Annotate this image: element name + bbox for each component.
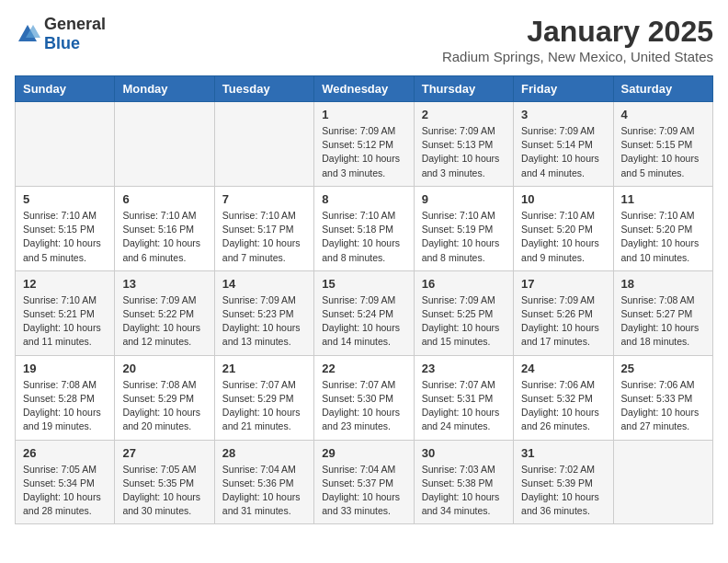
day-number: 20 xyxy=(122,362,206,375)
day-number: 13 xyxy=(122,277,206,291)
header-row: SundayMondayTuesdayWednesdayThursdayFrid… xyxy=(16,76,713,102)
day-info: Sunrise: 7:10 AMSunset: 5:15 PMDaylight:… xyxy=(23,209,107,265)
logo: General Blue xyxy=(15,15,106,53)
calendar-cell: 24Sunrise: 7:06 AMSunset: 5:32 PMDayligh… xyxy=(514,355,613,440)
calendar-cell: 2Sunrise: 7:09 AMSunset: 5:13 PMDaylight… xyxy=(414,102,513,187)
day-number: 16 xyxy=(422,277,506,291)
day-number: 24 xyxy=(521,362,605,375)
calendar-cell: 10Sunrise: 7:10 AMSunset: 5:20 PMDayligh… xyxy=(514,186,613,270)
day-info: Sunrise: 7:09 AMSunset: 5:23 PMDaylight:… xyxy=(222,293,306,350)
calendar-cell: 13Sunrise: 7:09 AMSunset: 5:22 PMDayligh… xyxy=(115,270,214,355)
calendar-cell: 17Sunrise: 7:09 AMSunset: 5:26 PMDayligh… xyxy=(514,270,613,355)
week-row-3: 12Sunrise: 7:10 AMSunset: 5:21 PMDayligh… xyxy=(16,270,713,355)
calendar-cell: 14Sunrise: 7:09 AMSunset: 5:23 PMDayligh… xyxy=(214,270,313,355)
calendar-cell: 22Sunrise: 7:07 AMSunset: 5:30 PMDayligh… xyxy=(314,355,414,440)
calendar-cell xyxy=(16,102,115,187)
day-info: Sunrise: 7:07 AMSunset: 5:29 PMDaylight:… xyxy=(222,378,306,434)
day-number: 4 xyxy=(621,108,705,121)
calendar-cell: 29Sunrise: 7:04 AMSunset: 5:37 PMDayligh… xyxy=(314,440,414,524)
day-info: Sunrise: 7:10 AMSunset: 5:20 PMDaylight:… xyxy=(521,209,605,265)
day-info: Sunrise: 7:09 AMSunset: 5:26 PMDaylight:… xyxy=(521,293,605,350)
day-number: 25 xyxy=(621,362,705,375)
day-number: 7 xyxy=(222,192,306,206)
calendar-table: SundayMondayTuesdayWednesdayThursdayFrid… xyxy=(15,75,713,524)
day-info: Sunrise: 7:10 AMSunset: 5:20 PMDaylight:… xyxy=(621,209,705,265)
day-info: Sunrise: 7:03 AMSunset: 5:38 PMDaylight:… xyxy=(422,463,506,519)
header-day-wednesday: Wednesday xyxy=(314,76,414,102)
day-info: Sunrise: 7:07 AMSunset: 5:31 PMDaylight:… xyxy=(422,378,506,434)
day-number: 2 xyxy=(422,108,506,121)
day-number: 30 xyxy=(422,446,506,460)
day-number: 27 xyxy=(122,446,206,460)
header-day-tuesday: Tuesday xyxy=(214,76,313,102)
day-info: Sunrise: 7:06 AMSunset: 5:33 PMDaylight:… xyxy=(621,378,705,434)
week-row-5: 26Sunrise: 7:05 AMSunset: 5:34 PMDayligh… xyxy=(16,440,713,524)
calendar-cell: 27Sunrise: 7:05 AMSunset: 5:35 PMDayligh… xyxy=(115,440,214,524)
day-number: 15 xyxy=(322,277,405,291)
day-number: 5 xyxy=(23,192,107,206)
day-number: 23 xyxy=(422,362,506,375)
header-day-saturday: Saturday xyxy=(613,76,712,102)
calendar-cell: 26Sunrise: 7:05 AMSunset: 5:34 PMDayligh… xyxy=(16,440,115,524)
day-number: 19 xyxy=(23,362,107,375)
day-number: 31 xyxy=(521,446,605,460)
calendar-cell: 8Sunrise: 7:10 AMSunset: 5:18 PMDaylight… xyxy=(314,186,414,270)
week-row-2: 5Sunrise: 7:10 AMSunset: 5:15 PMDaylight… xyxy=(16,186,713,270)
logo-blue: Blue xyxy=(44,34,80,52)
day-number: 14 xyxy=(222,277,306,291)
calendar-cell: 9Sunrise: 7:10 AMSunset: 5:19 PMDaylight… xyxy=(414,186,513,270)
day-info: Sunrise: 7:09 AMSunset: 5:13 PMDaylight:… xyxy=(422,124,506,180)
calendar-cell: 25Sunrise: 7:06 AMSunset: 5:33 PMDayligh… xyxy=(613,355,712,440)
calendar-subtitle: Radium Springs, New Mexico, United State… xyxy=(442,49,713,64)
calendar-cell: 15Sunrise: 7:09 AMSunset: 5:24 PMDayligh… xyxy=(314,270,414,355)
day-info: Sunrise: 7:09 AMSunset: 5:12 PMDaylight:… xyxy=(322,124,405,180)
header-day-monday: Monday xyxy=(115,76,214,102)
calendar-cell: 20Sunrise: 7:08 AMSunset: 5:29 PMDayligh… xyxy=(115,355,214,440)
week-row-1: 1Sunrise: 7:09 AMSunset: 5:12 PMDaylight… xyxy=(16,102,713,187)
day-number: 12 xyxy=(23,277,107,291)
day-number: 8 xyxy=(322,192,405,206)
day-info: Sunrise: 7:10 AMSunset: 5:18 PMDaylight:… xyxy=(322,209,405,265)
calendar-cell: 5Sunrise: 7:10 AMSunset: 5:15 PMDaylight… xyxy=(16,186,115,270)
day-number: 26 xyxy=(23,446,107,460)
calendar-cell: 23Sunrise: 7:07 AMSunset: 5:31 PMDayligh… xyxy=(414,355,513,440)
day-info: Sunrise: 7:05 AMSunset: 5:35 PMDaylight:… xyxy=(122,463,206,519)
calendar-cell: 3Sunrise: 7:09 AMSunset: 5:14 PMDaylight… xyxy=(514,102,613,187)
calendar-title: January 2025 xyxy=(442,15,713,49)
calendar-cell xyxy=(613,440,712,524)
day-number: 9 xyxy=(422,192,506,206)
day-number: 10 xyxy=(521,192,605,206)
calendar-cell: 31Sunrise: 7:02 AMSunset: 5:39 PMDayligh… xyxy=(514,440,613,524)
day-number: 1 xyxy=(322,108,405,121)
day-info: Sunrise: 7:10 AMSunset: 5:17 PMDaylight:… xyxy=(222,209,306,265)
calendar-cell: 18Sunrise: 7:08 AMSunset: 5:27 PMDayligh… xyxy=(613,270,712,355)
calendar-cell: 16Sunrise: 7:09 AMSunset: 5:25 PMDayligh… xyxy=(414,270,513,355)
logo-general: General xyxy=(44,15,106,33)
day-number: 22 xyxy=(322,362,405,375)
day-info: Sunrise: 7:09 AMSunset: 5:25 PMDaylight:… xyxy=(422,293,506,350)
calendar-cell: 1Sunrise: 7:09 AMSunset: 5:12 PMDaylight… xyxy=(314,102,414,187)
week-row-4: 19Sunrise: 7:08 AMSunset: 5:28 PMDayligh… xyxy=(16,355,713,440)
calendar-cell: 21Sunrise: 7:07 AMSunset: 5:29 PMDayligh… xyxy=(214,355,313,440)
calendar-cell: 11Sunrise: 7:10 AMSunset: 5:20 PMDayligh… xyxy=(613,186,712,270)
page-header: General Blue January 2025 Radium Springs… xyxy=(15,15,713,64)
day-info: Sunrise: 7:04 AMSunset: 5:36 PMDaylight:… xyxy=(222,463,306,519)
day-number: 28 xyxy=(222,446,306,460)
day-info: Sunrise: 7:02 AMSunset: 5:39 PMDaylight:… xyxy=(521,463,605,519)
day-info: Sunrise: 7:09 AMSunset: 5:15 PMDaylight:… xyxy=(621,124,705,180)
day-info: Sunrise: 7:05 AMSunset: 5:34 PMDaylight:… xyxy=(23,463,107,519)
day-info: Sunrise: 7:09 AMSunset: 5:22 PMDaylight:… xyxy=(122,293,206,350)
day-info: Sunrise: 7:06 AMSunset: 5:32 PMDaylight:… xyxy=(521,378,605,434)
day-info: Sunrise: 7:10 AMSunset: 5:21 PMDaylight:… xyxy=(23,293,107,350)
day-info: Sunrise: 7:10 AMSunset: 5:19 PMDaylight:… xyxy=(422,209,506,265)
day-info: Sunrise: 7:10 AMSunset: 5:16 PMDaylight:… xyxy=(122,209,206,265)
day-info: Sunrise: 7:08 AMSunset: 5:29 PMDaylight:… xyxy=(122,378,206,434)
day-info: Sunrise: 7:08 AMSunset: 5:28 PMDaylight:… xyxy=(23,378,107,434)
day-number: 29 xyxy=(322,446,405,460)
calendar-cell: 30Sunrise: 7:03 AMSunset: 5:38 PMDayligh… xyxy=(414,440,513,524)
title-block: January 2025 Radium Springs, New Mexico,… xyxy=(442,15,713,64)
calendar-cell: 4Sunrise: 7:09 AMSunset: 5:15 PMDaylight… xyxy=(613,102,712,187)
calendar-cell: 19Sunrise: 7:08 AMSunset: 5:28 PMDayligh… xyxy=(16,355,115,440)
day-info: Sunrise: 7:09 AMSunset: 5:14 PMDaylight:… xyxy=(521,124,605,180)
calendar-cell: 7Sunrise: 7:10 AMSunset: 5:17 PMDaylight… xyxy=(214,186,313,270)
